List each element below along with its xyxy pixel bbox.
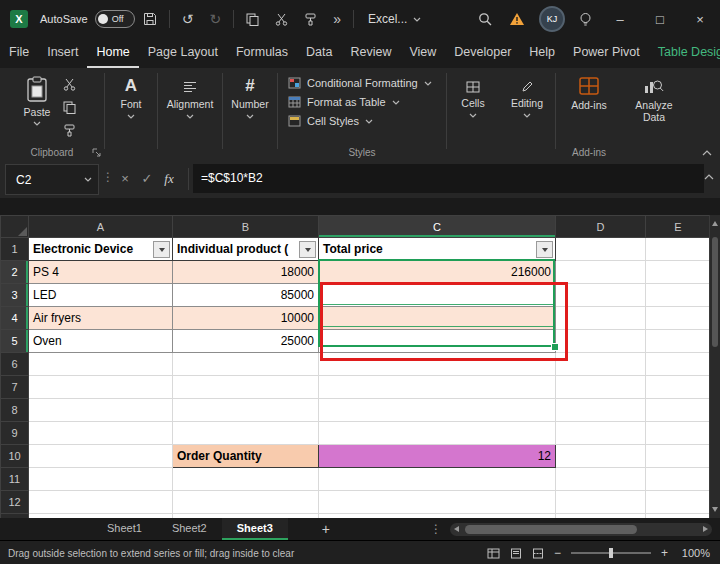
zoom-slider[interactable] xyxy=(571,552,651,554)
alerts-button[interactable] xyxy=(501,0,533,38)
column-header-c[interactable]: C xyxy=(319,216,556,238)
vertical-scroll-thumb[interactable] xyxy=(712,237,718,347)
cell-E9[interactable] xyxy=(646,422,711,445)
row-header-7[interactable]: 7 xyxy=(1,376,29,399)
collapse-ribbon-button[interactable] xyxy=(702,150,712,156)
filter-button-device[interactable] xyxy=(153,241,170,258)
minimize-button[interactable]: – xyxy=(600,0,640,38)
cell-E10[interactable] xyxy=(646,445,711,468)
page-break-view-button[interactable] xyxy=(532,548,544,559)
more-commands-button[interactable]: » xyxy=(325,0,349,38)
cell-C8[interactable] xyxy=(319,399,556,422)
cell-B1[interactable]: Individual product ( xyxy=(173,238,319,261)
alignment-menu-button[interactable]: Alignment xyxy=(158,68,222,160)
cell-D7[interactable] xyxy=(556,376,646,399)
row-header-11[interactable]: 11 xyxy=(1,468,29,491)
tab-insert[interactable]: Insert xyxy=(38,38,87,68)
tab-home[interactable]: Home xyxy=(87,38,138,68)
cell-A7[interactable] xyxy=(29,376,173,399)
cell-B6[interactable] xyxy=(173,353,319,376)
page-layout-view-button[interactable] xyxy=(510,548,522,559)
column-header-a[interactable]: A xyxy=(29,216,173,238)
cell-A9[interactable] xyxy=(29,422,173,445)
expand-formula-bar-button[interactable] xyxy=(704,174,714,180)
tab-formulas[interactable]: Formulas xyxy=(227,38,297,68)
cell-E6[interactable] xyxy=(646,353,711,376)
tab-help[interactable]: Help xyxy=(520,38,564,68)
cell-A2[interactable]: PS 4 xyxy=(29,261,173,284)
tab-developer[interactable]: Developer xyxy=(445,38,520,68)
row-header-8[interactable]: 8 xyxy=(1,399,29,422)
cell-D10[interactable] xyxy=(556,445,646,468)
cell-E5[interactable] xyxy=(646,330,711,353)
tips-button[interactable] xyxy=(571,0,600,38)
fill-handle[interactable] xyxy=(551,343,559,351)
cell-B3[interactable]: 85000 xyxy=(173,284,319,307)
cell-A5[interactable]: Oven xyxy=(29,330,173,353)
tab-view[interactable]: View xyxy=(400,38,445,68)
cell-D11[interactable] xyxy=(556,468,646,491)
cell-B7[interactable] xyxy=(173,376,319,399)
cell-E8[interactable] xyxy=(646,399,711,422)
scroll-right-arrow-icon[interactable] xyxy=(703,526,708,532)
row-header-2[interactable]: 2 xyxy=(1,261,29,284)
cell-A6[interactable] xyxy=(29,353,173,376)
select-all-corner[interactable] xyxy=(1,216,29,238)
search-button[interactable] xyxy=(470,0,501,38)
cell-A8[interactable] xyxy=(29,399,173,422)
name-box[interactable]: C2 xyxy=(5,164,99,195)
zoom-in-button[interactable]: + xyxy=(661,546,668,560)
scroll-down-arrow-icon[interactable] xyxy=(712,507,718,512)
enter-button[interactable]: ✓ xyxy=(136,164,158,193)
sheet-tab-sheet2[interactable]: Sheet2 xyxy=(157,518,222,540)
cell-D6[interactable] xyxy=(556,353,646,376)
filter-button-total[interactable] xyxy=(536,241,553,258)
cell-E1[interactable] xyxy=(646,238,711,261)
cell-D1[interactable] xyxy=(556,238,646,261)
cell-C11[interactable] xyxy=(319,468,556,491)
cell-B2[interactable]: 18000 xyxy=(173,261,319,284)
conditional-formatting-button[interactable]: Conditional Formatting xyxy=(288,77,446,89)
row-header-1[interactable]: 1 xyxy=(1,238,29,261)
cell-C1[interactable]: Total price xyxy=(319,238,556,261)
zoom-out-button[interactable]: − xyxy=(554,546,561,560)
row-header-9[interactable]: 9 xyxy=(1,422,29,445)
cell-A12[interactable] xyxy=(29,491,173,514)
scroll-left-arrow-icon[interactable] xyxy=(454,526,459,532)
cell-D3[interactable] xyxy=(556,284,646,307)
tab-power-pivot[interactable]: Power Pivot xyxy=(564,38,649,68)
zoom-slider-knob[interactable] xyxy=(609,548,613,558)
tab-review[interactable]: Review xyxy=(341,38,400,68)
row-header-6[interactable]: 6 xyxy=(1,353,29,376)
analyze-data-button[interactable]: AnalyzeData xyxy=(635,68,672,160)
zoom-level[interactable]: 100% xyxy=(678,547,710,559)
normal-view-button[interactable] xyxy=(487,548,500,559)
format-painter-button[interactable] xyxy=(296,0,325,38)
cell-B4[interactable]: 10000 xyxy=(173,307,319,330)
editing-menu-button[interactable]: Editing xyxy=(499,68,555,160)
cell-B8[interactable] xyxy=(173,399,319,422)
format-as-table-button[interactable]: Format as Table xyxy=(288,96,446,108)
column-header-d[interactable]: D xyxy=(556,216,646,238)
cell-A10[interactable] xyxy=(29,445,173,468)
scroll-up-arrow-icon[interactable] xyxy=(712,221,718,226)
cell-E3[interactable] xyxy=(646,284,711,307)
app-title-menu[interactable]: Excel... xyxy=(368,12,421,26)
cell-C9[interactable] xyxy=(319,422,556,445)
filter-button-price[interactable] xyxy=(299,241,316,258)
undo-button[interactable]: ↺ xyxy=(174,0,202,38)
cell-A3[interactable]: LED xyxy=(29,284,173,307)
number-menu-button[interactable]: # Number xyxy=(223,68,277,160)
clipboard-dialog-launcher[interactable] xyxy=(92,148,101,157)
cell-E2[interactable] xyxy=(646,261,711,284)
cell-B12[interactable] xyxy=(173,491,319,514)
cell-D8[interactable] xyxy=(556,399,646,422)
font-menu-button[interactable]: A Font xyxy=(105,68,157,160)
cell-styles-button[interactable]: Cell Styles xyxy=(288,115,446,127)
cell-D12[interactable] xyxy=(556,491,646,514)
cell-B10[interactable]: Order Quantity xyxy=(173,445,319,468)
cell-B9[interactable] xyxy=(173,422,319,445)
copy-button[interactable] xyxy=(238,0,267,38)
cell-A1[interactable]: Electronic Device xyxy=(29,238,173,261)
cell-B5[interactable]: 25000 xyxy=(173,330,319,353)
